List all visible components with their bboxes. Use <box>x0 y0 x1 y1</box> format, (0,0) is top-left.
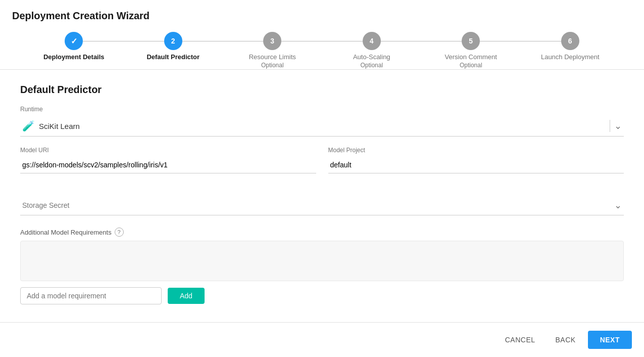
wizard-header: Deployment Creation Wizard ✓ Deployment … <box>0 0 644 70</box>
additional-req-label-row: Additional Model Requirements ? <box>20 228 624 237</box>
step-label-5: Version Comment Optional <box>445 53 497 69</box>
step-label-6: Launch Deployment <box>541 53 600 62</box>
step-circle-3: 3 <box>263 32 281 50</box>
chevron-down-icon: ⌄ <box>614 120 622 131</box>
stepper: ✓ Deployment Details 2 Defa <box>12 32 632 69</box>
step-circle-2: 2 <box>164 32 182 50</box>
main-content: Default Predictor Runtime 🧪 SciKit Learn… <box>0 70 644 331</box>
runtime-left: 🧪 SciKit Learn <box>22 120 80 132</box>
model-project-input[interactable] <box>328 157 624 173</box>
model-uri-label: Model URI <box>20 147 316 154</box>
section-title: Default Predictor <box>20 84 624 96</box>
checkmark-icon-1: ✓ <box>71 36 77 46</box>
uri-project-row: Model URI Model Project <box>20 147 624 184</box>
footer: CANCEL BACK NEXT <box>0 322 644 331</box>
runtime-label: Runtime <box>20 106 624 113</box>
step-circle-1: ✓ <box>65 32 83 50</box>
step-3: 3 Resource Limits Optional <box>223 32 322 69</box>
step-circle-6: 6 <box>561 32 579 50</box>
model-project-field: Model Project <box>328 147 624 173</box>
requirements-list <box>20 241 624 281</box>
step-5: 5 Version Comment Optional <box>421 32 521 69</box>
step-4: 4 Auto-Scaling Optional <box>322 32 422 69</box>
help-icon[interactable]: ? <box>115 228 124 237</box>
runtime-icon: 🧪 <box>22 120 35 132</box>
step-circle-5: 5 <box>462 32 480 50</box>
runtime-field: Runtime 🧪 SciKit Learn ⌄ <box>20 106 624 137</box>
storage-secret-label: Storage Secret <box>22 201 69 209</box>
add-requirement-input[interactable] <box>20 287 162 304</box>
step-label-4: Auto-Scaling Optional <box>353 53 390 69</box>
step-label-3: Resource Limits Optional <box>249 53 296 69</box>
step-label-1: Deployment Details <box>43 53 105 62</box>
model-uri-input[interactable] <box>20 157 316 173</box>
runtime-name: SciKit Learn <box>39 122 80 130</box>
storage-chevron-down-icon: ⌄ <box>614 200 622 211</box>
additional-req-text: Additional Model Requirements <box>20 229 112 236</box>
step-1: ✓ Deployment Details <box>24 32 124 62</box>
add-requirement-button[interactable]: Add <box>168 288 205 304</box>
divider <box>610 120 610 132</box>
step-6: 6 Launch Deployment <box>521 32 620 62</box>
runtime-select[interactable]: 🧪 SciKit Learn ⌄ <box>20 116 624 137</box>
wizard-title: Deployment Creation Wizard <box>12 10 632 22</box>
runtime-right: ⌄ <box>610 120 622 132</box>
step-2: 2 Default Predictor <box>124 32 223 62</box>
storage-secret-select[interactable]: Storage Secret ⌄ <box>20 196 624 215</box>
step-circle-4: 4 <box>363 32 381 50</box>
step-label-2: Default Predictor <box>146 53 200 62</box>
model-project-label: Model Project <box>328 147 624 154</box>
model-uri-field: Model URI <box>20 147 316 173</box>
add-requirement-row: Add <box>20 287 624 304</box>
